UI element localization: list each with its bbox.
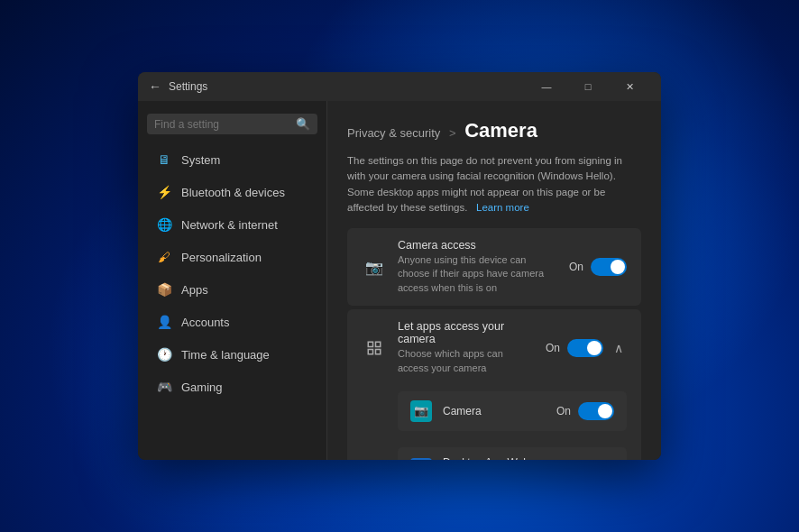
sidebar-item-apps[interactable]: 📦 Apps: [143, 274, 321, 305]
description-text: The settings on this page do not prevent…: [347, 153, 641, 216]
camera-access-control: On: [569, 258, 627, 276]
back-button[interactable]: ←: [149, 79, 161, 94]
camera-access-title: Camera access: [398, 239, 558, 252]
svg-rect-1: [376, 342, 381, 346]
sidebar-item-apps-label: Apps: [181, 283, 208, 297]
let-apps-access-card: Let apps access your camera Choose which…: [347, 309, 641, 460]
svg-rect-2: [368, 349, 372, 353]
system-icon: 🖥: [156, 151, 172, 168]
bluetooth-icon: ⚡: [156, 184, 172, 200]
sidebar-item-personalization[interactable]: 🖌 Personalization: [143, 242, 321, 272]
sidebar-item-network[interactable]: 🌐 Network & internet: [143, 209, 321, 240]
camera-access-card: 📷 Camera access Anyone using this device…: [347, 228, 641, 306]
let-apps-info: Let apps access your camera Choose which…: [398, 320, 535, 375]
camera-access-icon: 📷: [362, 254, 387, 280]
search-box[interactable]: 🔍: [147, 114, 317, 134]
sidebar-item-gaming-label: Gaming: [181, 381, 223, 394]
window-controls: — □ ✕: [526, 72, 650, 101]
titlebar: ← Settings — □ ✕: [138, 72, 661, 101]
camera-app-label: Camera: [443, 405, 546, 417]
camera-app-control: On: [556, 402, 614, 420]
camera-app-value: On: [556, 405, 571, 417]
sidebar-item-network-label: Network & internet: [181, 218, 278, 232]
breadcrumb-parent[interactable]: Privacy & security: [347, 126, 440, 140]
time-icon: 🕐: [156, 346, 172, 362]
personalization-icon: 🖌: [156, 249, 172, 265]
svg-rect-0: [368, 342, 372, 346]
apps-icon: 📦: [156, 281, 172, 298]
sidebar-item-time-label: Time & language: [181, 348, 270, 362]
let-apps-title: Let apps access your camera: [398, 320, 535, 345]
breadcrumb-current: Camera: [464, 119, 537, 142]
expand-button[interactable]: ∧: [611, 339, 627, 357]
desktop-app-label: Desktop App Web Viewer: [443, 456, 546, 460]
learn-more-link[interactable]: Learn more: [476, 202, 529, 213]
network-icon: 🌐: [156, 216, 172, 233]
page-title-row: Privacy & security > Camera: [347, 119, 641, 142]
desktop-app-card: 🔲 Desktop App Web Viewer Off: [398, 447, 627, 460]
let-apps-control: On ∧: [546, 339, 627, 357]
let-apps-desc: Choose which apps can access your camera: [398, 347, 535, 375]
sidebar-item-accounts[interactable]: 👤 Accounts: [143, 307, 321, 337]
sidebar-item-system-label: System: [181, 153, 220, 167]
camera-app-icon: 📷: [410, 400, 432, 422]
window-body: 🔍 🖥 System ⚡ Bluetooth & devices 🌐 Netwo…: [138, 101, 661, 460]
camera-access-desc: Anyone using this device can choose if t…: [398, 253, 558, 295]
main-content: Privacy & security > Camera The settings…: [327, 101, 661, 460]
sidebar-item-accounts-label: Accounts: [181, 316, 229, 329]
desktop-app-icon: 🔲: [410, 458, 432, 460]
gaming-icon: 🎮: [156, 379, 172, 395]
sidebar-item-personalization-label: Personalization: [181, 251, 262, 264]
breadcrumb-separator: >: [449, 126, 456, 140]
search-icon: 🔍: [296, 117, 310, 131]
breadcrumb: Privacy & security > Camera: [347, 119, 641, 142]
let-apps-toggle[interactable]: [567, 339, 603, 357]
accounts-icon: 👤: [156, 314, 172, 330]
minimize-button[interactable]: —: [526, 72, 567, 101]
sidebar: 🔍 🖥 System ⚡ Bluetooth & devices 🌐 Netwo…: [138, 101, 327, 460]
sidebar-item-time[interactable]: 🕐 Time & language: [143, 339, 321, 370]
sidebar-item-system[interactable]: 🖥 System: [143, 144, 321, 175]
camera-app-toggle[interactable]: [578, 402, 614, 420]
let-apps-value: On: [546, 342, 560, 354]
let-apps-icon: [362, 335, 387, 361]
maximize-button[interactable]: □: [567, 72, 609, 101]
search-input[interactable]: [154, 118, 290, 131]
sidebar-item-bluetooth[interactable]: ⚡ Bluetooth & devices: [143, 177, 321, 207]
camera-access-value: On: [569, 261, 583, 273]
svg-rect-3: [376, 349, 381, 353]
sidebar-item-gaming[interactable]: 🎮 Gaming: [143, 371, 321, 402]
camera-access-toggle[interactable]: [591, 258, 627, 276]
window-title: Settings: [169, 80, 526, 93]
settings-window: ← Settings — □ ✕ 🔍 🖥 System ⚡ Bluetooth …: [138, 72, 661, 460]
camera-app-card: 📷 Camera On: [398, 391, 627, 431]
camera-access-info: Camera access Anyone using this device c…: [398, 239, 558, 295]
sidebar-item-bluetooth-label: Bluetooth & devices: [181, 186, 285, 199]
close-button[interactable]: ✕: [609, 72, 650, 101]
